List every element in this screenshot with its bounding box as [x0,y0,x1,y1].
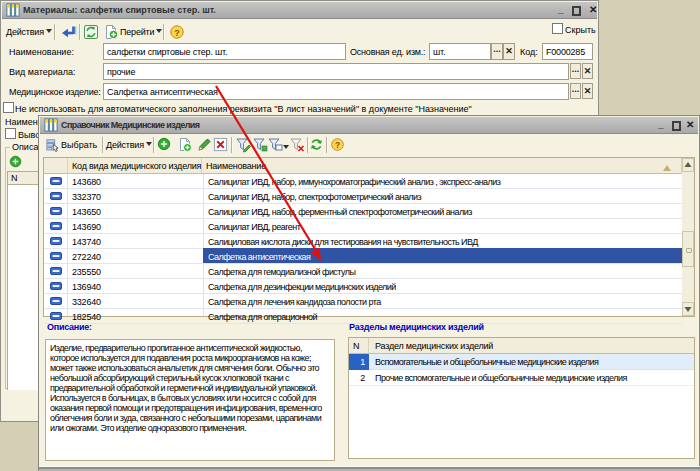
svg-text:?: ? [174,28,180,38]
svg-text:?: ? [335,140,340,150]
